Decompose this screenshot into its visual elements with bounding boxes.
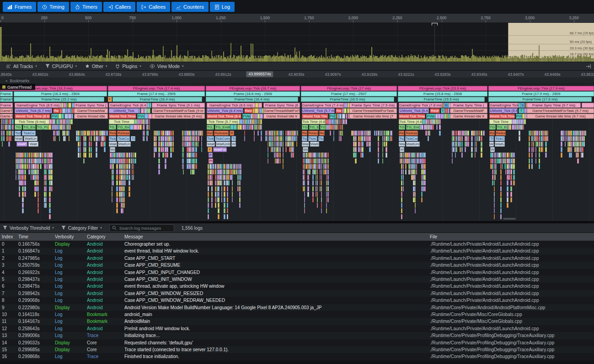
frames-ruler[interactable]: 02505007501,0001,2501,5001,7502,0002,250…	[0, 14, 594, 23]
flame-block[interactable]: Game thread idle time (9 ms)	[152, 114, 205, 119]
toolbar-button-counters[interactable]: Counters	[171, 2, 209, 12]
flame-block[interactable]: TG_Po	[37, 125, 48, 130]
flame-block[interactable]: TG_	[207, 125, 214, 130]
flame-block[interactable]: World Tick Time (6.6	[15, 114, 50, 119]
toolbar-button-log[interactable]: Log	[210, 2, 235, 12]
filter-other[interactable]: Other▾	[81, 62, 112, 70]
jump-to-end-icon[interactable]	[586, 64, 591, 69]
flame-block[interactable]: WaitUntil	[406, 142, 420, 147]
log-row[interactable]: 110.164167sLogBookmarkAndroidMain./Runti…	[0, 318, 594, 325]
flame-block[interactable]: W	[400, 147, 404, 152]
flame-block[interactable]: T	[519, 108, 524, 113]
flame-block[interactable]: Releas	[117, 131, 130, 136]
log-row[interactable]: 120.258643sLogAndroidPreInit android HW …	[0, 325, 594, 332]
flame-block[interactable]: ReleaseTi	[214, 131, 229, 136]
flame-block[interactable]: GameEngine Tick (5	[489, 103, 519, 108]
flame-block[interactable]: World Tick Time	[489, 114, 515, 119]
log-column-file[interactable]: File	[430, 233, 593, 241]
flame-block[interactable]: Tic	[302, 136, 307, 141]
flame-block[interactable]: GameEngine Tick (7.4 ms)	[302, 103, 344, 108]
flame-block[interactable]: Tic	[399, 136, 404, 141]
frames-track[interactable]: 66.7 ms (15 fps)50 ms (20 fps)33.3 ms (3…	[0, 23, 594, 62]
flame-block[interactable]: Rele	[109, 131, 116, 136]
flame-block[interactable]: FrameTime (16.4 ms)	[206, 97, 298, 102]
time-ruler[interactable]: 43.8540s43.8602s43.8664s43.8726s43.8788s…	[0, 71, 594, 78]
flame-block[interactable]: World Tick Time	[109, 114, 136, 119]
thread-track-header[interactable]: GameThread	[0, 84, 35, 90]
flame-block[interactable]: GameTh	[0, 108, 13, 113]
log-row[interactable]: 40.266922sLogAndroidCase APP_CMD_INPUT_C…	[0, 269, 594, 276]
flame-block[interactable]: UWorld_Tick	[109, 108, 139, 113]
flame-block[interactable]: WaitUntil	[216, 142, 230, 147]
flame-block[interactable]: TG	[320, 125, 326, 130]
flame-block[interactable]: Wait	[109, 142, 117, 147]
flame-block[interactable]: Frame (16.3 ms) - 2504	[14, 91, 107, 96]
toolbar-button-frames[interactable]: Frames	[3, 2, 36, 12]
flame-block[interactable]: GameEngine Tick (8.6 ms)	[207, 103, 255, 108]
viewport-indicator[interactable]	[432, 23, 438, 26]
flame-block[interactable]: S	[520, 103, 525, 108]
log-row[interactable]: 100.164118sLogBookmarkandroid_main./Runt…	[0, 311, 594, 318]
flame-block[interactable]: Frame (17 ms) - 2507	[301, 91, 397, 96]
flame-block[interactable]: Tick	[15, 131, 21, 136]
flame-block[interactable]: Frame (16.6 ms) - 2506	[206, 91, 300, 96]
flame-block[interactable]: Releas	[405, 131, 418, 136]
log-search[interactable]	[109, 224, 174, 232]
flame-block[interactable]: Tick Time (4.6	[399, 119, 423, 124]
flame-block[interactable]: Re	[336, 108, 342, 113]
log-row[interactable]: 80.299068sLogAndroidCase APP_CMD_WINDOW_…	[0, 297, 594, 304]
flame-block[interactable]: Wa	[110, 147, 115, 152]
flame-block[interactable]: WaitU	[495, 142, 505, 147]
flame-block[interactable]: GameEngine Tick (6.4	[109, 103, 147, 108]
flame-block[interactable]: FEngineLoop::Tick (15.9 ms)	[398, 86, 487, 91]
log-row[interactable]: 50.298437sLogAndroidCase APP_CMD_INIT_WI…	[0, 276, 594, 283]
flame-block[interactable]: Tick Time (5.7 ms)	[207, 119, 240, 124]
flame-block[interactable]: Tick	[207, 136, 214, 141]
filter-all-tracks[interactable]: All Tracks▾	[2, 62, 41, 70]
log-row[interactable]: 30.250759sLogAndroidCase APP_CMD_RESUME.…	[0, 262, 594, 269]
flame-block[interactable]: W	[231, 142, 236, 147]
flame-block[interactable]: Frame (15.8 ms) - 2508	[398, 91, 487, 96]
flame-block[interactable]: TG	[399, 125, 405, 130]
flame-block[interactable]: P	[209, 153, 213, 158]
flame-block[interactable]: Tick Time	[109, 119, 134, 124]
log-row[interactable]: 130.299006sLogTraceInitializing trace...…	[0, 332, 594, 339]
flame-block[interactable]: World Tick Tim	[302, 114, 328, 119]
flame-block[interactable]: Re	[53, 108, 59, 113]
flame-block[interactable]: Frame Sync Time (	[74, 103, 108, 108]
flame-block[interactable]: FrameTim	[0, 97, 13, 102]
flame-block[interactable]: Wa	[303, 147, 308, 152]
flame-block[interactable]: Frame (14	[0, 91, 13, 96]
timing-track-area[interactable]: GameThread ineLoop::Tick (16.3 ms)FEngin…	[0, 84, 594, 221]
log-column-category[interactable]: Category	[87, 233, 123, 241]
flame-block[interactable]: Rel	[489, 131, 495, 136]
category-filter[interactable]: Category Filter ▾	[61, 226, 102, 231]
flame-block[interactable]: TG_En	[309, 125, 319, 130]
flame-block[interactable]: GameThreadWaitForT	[263, 108, 300, 113]
flame-block[interactable]: TickCom	[405, 136, 418, 141]
log-row[interactable]: 150.299685sDisplayCoreTrace started (con…	[0, 346, 594, 353]
search-input[interactable]	[118, 225, 171, 231]
flame-block[interactable]: T	[441, 108, 445, 113]
flame-block[interactable]: FEngineLoop::Tick (17 ms)	[301, 86, 397, 91]
flame-block[interactable]: WaitFor	[213, 147, 227, 152]
flame-block[interactable]: World Tick Time (6.4	[207, 114, 241, 119]
flame-block[interactable]: GameThreadWaitForTask (9.7 ms)	[527, 108, 594, 113]
toolbar-button-callers[interactable]: Callers	[103, 2, 135, 12]
flame-block[interactable]: World Tick Time	[399, 114, 425, 119]
flame-block[interactable]: GameThreadWaitForTask (9 m	[152, 108, 205, 113]
log-row[interactable]: 20.247985sLogAndroidCase APP_CMD_START./…	[0, 255, 594, 262]
flame-block[interactable]: FEngineLoop::Tick (17.9 ms)	[488, 86, 594, 91]
toolbar-button-callees[interactable]: Callees	[137, 2, 170, 12]
flame-block[interactable]: TickCo	[117, 136, 130, 141]
flame-block[interactable]: FVi	[51, 114, 59, 119]
flame-block[interactable]: Wait	[207, 142, 215, 147]
flame-block[interactable]: Wa	[399, 142, 405, 147]
flame-block[interactable]: Rel	[399, 131, 404, 136]
flame-block[interactable]: Frame S	[0, 103, 13, 108]
flame-block[interactable]: TG_En	[117, 125, 130, 130]
flame-block[interactable]: Ti	[231, 136, 236, 141]
flame-block[interactable]: TG	[15, 125, 22, 130]
flame-block[interactable]: FrameTime (16.4 ms)	[112, 97, 202, 102]
flame-block[interactable]: Game th	[0, 114, 13, 119]
